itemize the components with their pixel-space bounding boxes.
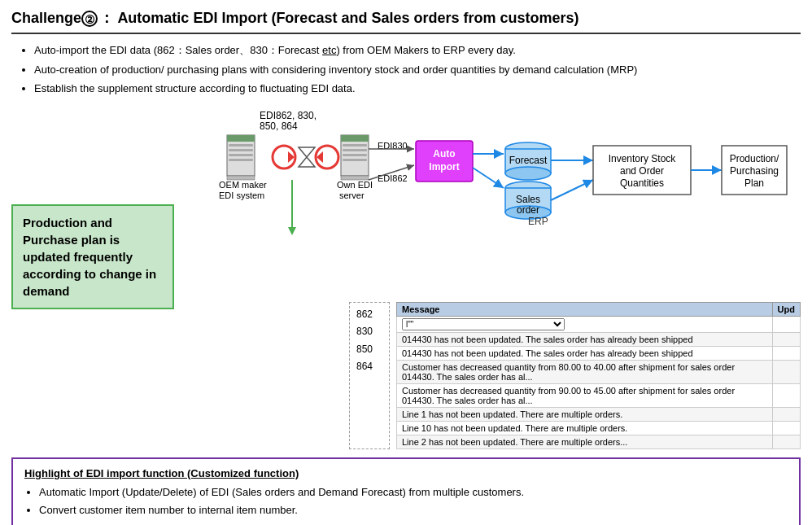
svg-text:Quantities: Quantities (620, 177, 664, 189)
table-row: Line 10 has not been updated. There are … (397, 421, 801, 435)
svg-text:850, 864: 850, 864 (260, 120, 298, 132)
svg-marker-25 (288, 227, 296, 235)
upd-cell (772, 383, 800, 407)
svg-point-39 (505, 167, 551, 180)
svg-rect-16 (343, 149, 367, 151)
message-cell: Customer has decreased quantity from 80.… (397, 360, 773, 383)
flow-diagram: EDI862, 830, 850, 864 (174, 107, 801, 449)
svg-text:Purchasing: Purchasing (730, 165, 779, 177)
message-cell: 014430 has not been updated. The sales o… (397, 332, 773, 346)
message-filter[interactable]: l"" (397, 316, 773, 332)
col-upd: Upd (772, 302, 800, 316)
edi-code-864: 864 (356, 358, 382, 376)
diagram-area: Production and Purchase plan is updated … (11, 107, 801, 449)
upd-cell (772, 332, 800, 346)
svg-text:Forecast: Forecast (509, 155, 548, 166)
edi-code-830: 830 (356, 323, 382, 341)
table-row: Line 1 has not been updated. There are m… (397, 407, 801, 421)
message-cell: Customer has decreased quantity from 90.… (397, 383, 773, 407)
svg-text:Production/: Production/ (730, 153, 779, 164)
table-row: Customer has decreased quantity from 90.… (397, 383, 801, 407)
table-row: Line 2 has not been updated. There are m… (397, 435, 801, 448)
svg-text:Auto: Auto (433, 148, 455, 160)
message-cell: Line 1 has not been updated. There are m… (397, 407, 773, 421)
svg-line-36 (473, 168, 504, 188)
svg-text:OEM maker: OEM maker (219, 180, 267, 190)
bullet-3: Establish the supplement structure accor… (34, 81, 801, 97)
bullet-1: Auto-import the EDI data (862：Sales orde… (34, 42, 801, 59)
svg-text:EDI862: EDI862 (378, 173, 408, 183)
main-bullets: Auto-import the EDI data (862：Sales orde… (20, 42, 801, 97)
message-cell: Line 10 has not been updated. There are … (397, 421, 773, 435)
svg-text:ERP: ERP (528, 216, 548, 227)
upd-cell (772, 360, 800, 383)
col-message: Message (397, 302, 773, 316)
svg-text:Own EDI: Own EDI (337, 180, 373, 190)
page-title: Challenge②： Automatic EDI Import (Foreca… (11, 8, 801, 28)
upd-cell (772, 421, 800, 435)
edi-codes-box: 862 830 850 864 (349, 302, 390, 449)
svg-rect-15 (343, 144, 367, 147)
upd-cell (772, 346, 800, 360)
edi-code-862: 862 (356, 306, 382, 324)
svg-rect-2 (227, 135, 255, 142)
svg-rect-18 (343, 159, 367, 161)
svg-rect-4 (229, 149, 253, 151)
table-row: Customer has decreased quantity from 80.… (397, 360, 801, 383)
svg-text:Plan: Plan (744, 177, 764, 189)
svg-rect-3 (229, 144, 253, 147)
upd-filter (772, 316, 800, 332)
highlight-item-3: Control customer order number and refere… (39, 521, 788, 526)
highlight-list: Automatic Import (Update/Delete) of EDI … (39, 484, 788, 526)
message-cell: Line 2 has not been updated. There are m… (397, 435, 773, 448)
upd-cell (772, 407, 800, 421)
title-subtitle: Automatic EDI Import (Forecast and Sales… (117, 10, 578, 26)
svg-line-47 (551, 180, 593, 200)
highlight-title: Highlight of EDI import function (Custom… (24, 467, 788, 479)
title-bar: Challenge②： Automatic EDI Import (Foreca… (11, 8, 801, 34)
message-filter-select[interactable]: l"" (402, 318, 565, 330)
svg-text:Sales: Sales (516, 194, 540, 205)
highlight-item-2: Convert customer item number to internal… (39, 502, 788, 518)
page-container: Challenge②： Automatic EDI Import (Foreca… (0, 0, 812, 525)
green-production-box: Production and Purchase plan is updated … (11, 204, 174, 309)
green-box-text: Production and Purchase plan is updated … (23, 216, 156, 298)
svg-text:and Order: and Order (620, 165, 664, 177)
bullet-2: Auto-creation of production/ purchasing … (34, 62, 801, 78)
title-colon: ： (99, 10, 114, 26)
highlight-item-1: Automatic Import (Update/Delete) of EDI … (39, 484, 788, 501)
svg-rect-14 (341, 135, 369, 142)
svg-text:Inventory Stock: Inventory Stock (609, 153, 677, 164)
edi-code-850: 850 (356, 341, 382, 359)
table-row: 014430 has not been updated. The sales o… (397, 332, 801, 346)
svg-text:EDI system: EDI system (219, 190, 264, 200)
svg-text:server: server (339, 190, 365, 200)
svg-rect-5 (229, 154, 253, 156)
svg-text:Import: Import (429, 161, 459, 173)
svg-rect-17 (343, 154, 367, 156)
erp-area: 862 830 850 864 Message Upd (349, 302, 801, 449)
highlight-box: Highlight of EDI import function (Custom… (11, 457, 801, 526)
edi-codes-label: EDI862, 830, (260, 110, 317, 121)
svg-rect-6 (229, 159, 253, 161)
message-cell: 014430 has not been updated. The sales o… (397, 346, 773, 360)
message-table: Message Upd l"" (396, 302, 801, 449)
upd-cell (772, 435, 800, 448)
table-row: 014430 has not been updated. The sales o… (397, 346, 801, 360)
challenge-num: ② (81, 11, 98, 27)
svg-marker-10 (299, 147, 315, 167)
svg-text:order: order (517, 204, 539, 216)
table-filter-row[interactable]: l"" (397, 316, 801, 332)
challenge-label: Challenge (11, 10, 81, 26)
